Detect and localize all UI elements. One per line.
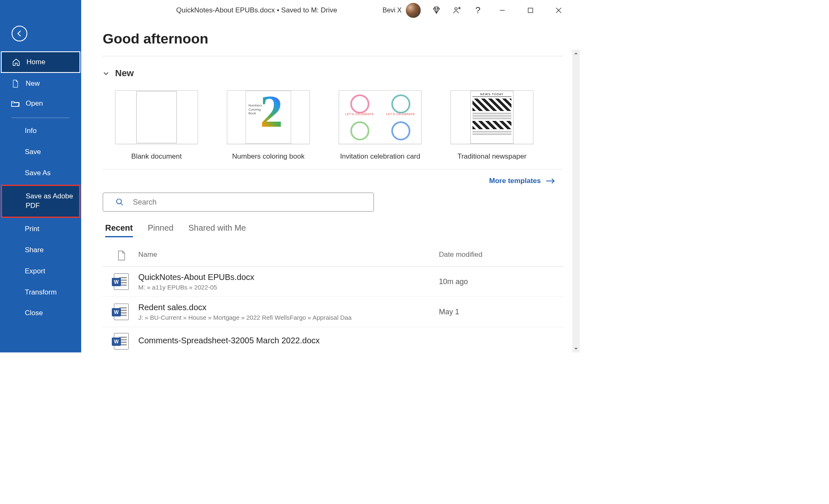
recent-tabs: Recent Pinned Shared with Me [103, 223, 563, 237]
template-blank-document[interactable]: Blank document [115, 90, 198, 161]
file-path: M: » a11y EPUBs » 2022-05 [138, 284, 439, 291]
titlebar: QuickNotes-About EPUBs.docx • Saved to M… [81, 0, 580, 21]
divider [103, 56, 563, 56]
scroll-down-icon[interactable] [572, 345, 580, 352]
new-section-header[interactable]: New [103, 68, 563, 79]
nav-home[interactable]: Home [1, 51, 80, 73]
nav-save[interactable]: Save [0, 142, 81, 163]
word-file-icon: W [111, 273, 132, 290]
svg-point-0 [455, 7, 457, 10]
file-icon-header [111, 251, 132, 260]
search-box[interactable] [103, 193, 374, 212]
new-section-label: New [115, 68, 134, 79]
tab-recent[interactable]: Recent [105, 223, 133, 237]
vertical-scrollbar[interactable] [572, 50, 580, 352]
nav-export[interactable]: Export [0, 261, 81, 282]
nav-open-label: Open [26, 99, 43, 108]
avatar [406, 3, 421, 18]
template-thumb: NEWS TODAY [451, 90, 533, 144]
file-name: Comments-Spreadsheet-32005 March 2022.do… [138, 336, 439, 345]
template-label: Blank document [115, 152, 198, 161]
tab-pinned[interactable]: Pinned [148, 223, 174, 237]
back-button[interactable] [12, 26, 27, 41]
template-thumb [115, 90, 198, 144]
template-traditional-newspaper[interactable]: NEWS TODAY Traditional newspaper [451, 90, 533, 161]
name-column-header[interactable]: Name [132, 251, 439, 260]
nav-save-as[interactable]: Save As [0, 163, 81, 184]
diamond-icon[interactable] [431, 5, 441, 15]
account-chip[interactable]: Bevi X [383, 3, 421, 18]
svg-rect-2 [528, 8, 533, 13]
templates-row: Blank document Numbers Coloring Book2 Nu… [103, 90, 563, 161]
svg-point-6 [117, 199, 122, 204]
main-area: QuickNotes-About EPUBs.docx • Saved to M… [81, 0, 580, 352]
file-row[interactable]: W QuickNotes-About EPUBs.docx M: » a11y … [103, 267, 563, 297]
template-thumb: LET'S CELEBRATE LET'S CELEBRATE [339, 90, 422, 144]
greeting-heading: Good afternoon [103, 31, 563, 47]
date-column-header[interactable]: Date modified [439, 251, 563, 260]
template-label: Invitation celebration card [339, 152, 422, 161]
nav-open[interactable]: Open [0, 94, 81, 113]
template-label: Traditional newspaper [451, 152, 533, 161]
nav-print[interactable]: Print [0, 219, 81, 240]
nav-close[interactable]: Close [0, 303, 81, 324]
svg-line-7 [121, 203, 123, 205]
file-name: Redent sales.docx [138, 303, 439, 312]
template-invitation-card[interactable]: LET'S CELEBRATE LET'S CELEBRATE Invitati… [339, 90, 422, 161]
folder-open-icon [11, 100, 20, 107]
tab-shared-with-me[interactable]: Shared with Me [188, 223, 246, 237]
backstage-sidebar: Home New Open Info Save Save As Save as … [0, 0, 81, 352]
home-icon [12, 58, 21, 66]
more-templates-label: More templates [489, 177, 541, 185]
word-file-icon: W [111, 304, 132, 320]
file-path: J: » BU-Current » House » Mortgage » 202… [138, 314, 439, 321]
template-numbers-coloring-book[interactable]: Numbers Coloring Book2 Numbers coloring … [227, 90, 310, 161]
nav-info[interactable]: Info [0, 121, 81, 142]
arrow-right-icon [546, 178, 555, 184]
search-input[interactable] [133, 198, 365, 207]
more-templates-link[interactable]: More templates [489, 177, 555, 185]
file-name: QuickNotes-About EPUBs.docx [138, 272, 439, 282]
file-table-header: Name Date modified [103, 245, 563, 267]
search-icon [116, 198, 124, 206]
user-name: Bevi X [383, 7, 402, 14]
window-minimize[interactable] [494, 4, 511, 17]
chevron-down-icon [103, 70, 109, 77]
template-label: Numbers coloring book [227, 152, 310, 161]
word-file-icon: W [111, 333, 132, 350]
file-date: 10m ago [439, 277, 563, 286]
file-row[interactable]: W Comments-Spreadsheet-32005 March 2022.… [103, 327, 563, 352]
share-people-icon[interactable] [452, 5, 462, 15]
window-maximize[interactable] [522, 4, 539, 17]
nav-new[interactable]: New [0, 74, 81, 94]
nav-new-label: New [26, 80, 40, 88]
file-row[interactable]: W Redent sales.docx J: » BU-Current » Ho… [103, 297, 563, 327]
file-date: May 1 [439, 308, 563, 316]
help-icon[interactable]: ? [473, 5, 483, 15]
document-icon [11, 80, 20, 88]
nav-divider [12, 118, 70, 118]
nav-home-label: Home [27, 58, 45, 66]
nav-share[interactable]: Share [0, 240, 81, 261]
window-close[interactable] [550, 4, 567, 17]
nav-save-as-adobe-pdf[interactable]: Save as Adobe PDF [1, 185, 80, 218]
nav-transform[interactable]: Transform [0, 282, 81, 303]
scroll-up-icon[interactable] [572, 50, 580, 57]
template-thumb: Numbers Coloring Book2 [227, 90, 310, 144]
document-title: QuickNotes-About EPUBs.docx • Saved to M… [81, 6, 383, 14]
